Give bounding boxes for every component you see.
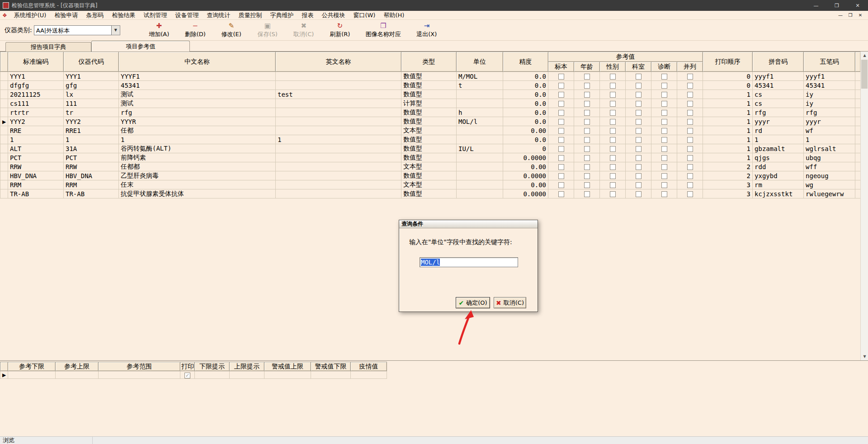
specimen-checkbox[interactable]	[558, 119, 564, 125]
menu-item-1[interactable]: 系统维护(U)	[10, 11, 51, 19]
cell-wubi-code[interactable]: wglrsalt	[804, 144, 855, 153]
cell-standard-code[interactable]: 20211125	[8, 90, 64, 99]
parallel-checkbox[interactable]	[687, 83, 693, 89]
cell-chinese-name[interactable]: 1	[119, 135, 276, 144]
cell-english-name[interactable]	[276, 180, 401, 189]
cell-pinyin-code[interactable]: cs	[753, 99, 804, 108]
age-checkbox[interactable]	[584, 191, 590, 197]
cell-print-order[interactable]: 1	[703, 99, 753, 108]
ok-button[interactable]: ✔ 确定(O)	[456, 297, 490, 308]
diagnosis-checkbox[interactable]	[661, 191, 667, 197]
cell-unit[interactable]	[457, 135, 503, 144]
cell-unit[interactable]: h	[457, 108, 503, 117]
cell-type[interactable]: 文本型	[401, 180, 457, 189]
cell-standard-code[interactable]: RRM	[8, 180, 64, 189]
menu-item-12[interactable]: 窗口(W)	[349, 11, 379, 19]
age-checkbox[interactable]	[584, 83, 590, 89]
cell-wubi-code[interactable]: wff	[804, 162, 855, 171]
menu-item-5[interactable]: 试剂管理	[139, 11, 171, 19]
cell-chinese-name[interactable]: 抗促甲状腺素受体抗体	[119, 189, 276, 198]
cell-ref-range[interactable]	[99, 371, 180, 379]
cell-pinyin-code[interactable]: rdd	[753, 162, 804, 171]
cell-type[interactable]: 数值型	[401, 144, 457, 153]
cell-pinyin-code[interactable]: qjgs	[753, 153, 804, 162]
cell-lower-hint[interactable]	[195, 371, 230, 379]
cell-instrument-code[interactable]: 31A	[64, 144, 119, 153]
diagnosis-checkbox[interactable]	[661, 182, 667, 188]
cell-precision[interactable]: 0.0	[503, 135, 548, 144]
cell-precision[interactable]: 0.00	[503, 126, 548, 135]
cell-print-order[interactable]: 1	[703, 117, 753, 126]
cell-print-order[interactable]: 1	[703, 108, 753, 117]
scroll-up-button[interactable]: ▲	[861, 52, 868, 59]
cell-ref-lower-limit[interactable]	[8, 371, 56, 379]
cell-instrument-code[interactable]: lx	[64, 90, 119, 99]
cell-precision[interactable]: 0.0	[503, 81, 548, 90]
parallel-checkbox[interactable]	[687, 164, 693, 170]
diagnosis-checkbox[interactable]	[661, 74, 667, 80]
age-checkbox[interactable]	[584, 146, 590, 152]
cell-unit[interactable]	[457, 171, 503, 180]
cell-precision[interactable]: 0.0000	[503, 153, 548, 162]
cell-chinese-name[interactable]: rfg	[119, 108, 276, 117]
parallel-checkbox[interactable]	[687, 119, 693, 125]
table-row[interactable]: TR-ABTR-AB抗促甲状腺素受体抗体数值型0.00003kcjzxsstkt…	[0, 189, 861, 198]
sex-checkbox[interactable]	[610, 191, 616, 197]
table-row[interactable]: HBV_DNAHBV_DNA乙型肝炎病毒数值型0.00002yxgybdngeo…	[0, 171, 861, 180]
sex-checkbox[interactable]	[610, 110, 616, 116]
table-row[interactable]: dfgfggfg45341数值型t0.004534145341	[0, 81, 861, 90]
cell-precision[interactable]: 0.0	[503, 108, 548, 117]
diagnosis-checkbox[interactable]	[661, 128, 667, 134]
sex-checkbox[interactable]	[610, 173, 616, 179]
sex-checkbox[interactable]	[610, 137, 616, 143]
cell-epidemic-value[interactable]	[351, 371, 387, 379]
table-row[interactable]: 1111数值型0.0111	[0, 135, 861, 144]
cell-print-order[interactable]: 2	[703, 171, 753, 180]
add-button[interactable]: ✚增加(A)	[141, 21, 177, 40]
cell-instrument-code[interactable]: RRM	[64, 180, 119, 189]
cell-standard-code[interactable]: TR-AB	[8, 189, 64, 198]
specimen-checkbox[interactable]	[558, 182, 564, 188]
menu-item-11[interactable]: 公共模块	[317, 11, 349, 19]
menu-item-6[interactable]: 设备管理	[171, 11, 203, 19]
parallel-checkbox[interactable]	[687, 191, 693, 197]
age-checkbox[interactable]	[584, 137, 590, 143]
cell-english-name[interactable]	[276, 171, 401, 180]
cell-precision[interactable]: 0.0000	[503, 189, 548, 198]
cell-chinese-name[interactable]: 前降钙素	[119, 153, 276, 162]
diagnosis-checkbox[interactable]	[661, 155, 667, 161]
cell-precision[interactable]: 0.0	[503, 99, 548, 108]
menu-item-10[interactable]: 报表	[297, 11, 317, 19]
refresh-button[interactable]: ↻刷新(R)	[322, 21, 358, 40]
cell-wubi-code[interactable]: iy	[804, 90, 855, 99]
cell-type[interactable]: 数值型	[401, 108, 457, 117]
cell-unit[interactable]	[457, 189, 503, 198]
cell-pinyin-code[interactable]: 1	[753, 135, 804, 144]
specimen-checkbox[interactable]	[558, 92, 564, 98]
cell-instrument-code[interactable]: RRW	[64, 162, 119, 171]
table-row[interactable]: PCTPCT前降钙素数值型0.00001qjgsubqg	[0, 153, 861, 162]
cell-chinese-name[interactable]: YYYF1	[119, 72, 276, 81]
cell-pinyin-code[interactable]: 45341	[753, 81, 804, 90]
sex-checkbox[interactable]	[610, 101, 616, 107]
cell-instrument-code[interactable]: PCT	[64, 153, 119, 162]
age-checkbox[interactable]	[584, 92, 590, 98]
mdi-close-button[interactable]: ✕	[855, 12, 865, 19]
cell-english-name[interactable]	[276, 117, 401, 126]
cell-unit[interactable]: IU/L	[457, 144, 503, 153]
sex-checkbox[interactable]	[610, 74, 616, 80]
age-checkbox[interactable]	[584, 173, 590, 179]
cell-chinese-name[interactable]: 45341	[119, 81, 276, 90]
parallel-checkbox[interactable]	[687, 173, 693, 179]
menu-item-8[interactable]: 质量控制	[234, 11, 266, 19]
parallel-checkbox[interactable]	[687, 137, 693, 143]
cell-precision[interactable]: 0.0	[503, 72, 548, 81]
table-row[interactable]: RRWRRW任都都文本型0.002rddwff	[0, 162, 861, 171]
cell-unit[interactable]	[457, 180, 503, 189]
cell-wubi-code[interactable]: wg	[804, 180, 855, 189]
sex-checkbox[interactable]	[610, 164, 616, 170]
cell-print-order[interactable]: 1	[703, 90, 753, 99]
cell-english-name[interactable]	[276, 189, 401, 198]
cell-english-name[interactable]: 1	[276, 135, 401, 144]
cell-standard-code[interactable]: ALT	[8, 144, 64, 153]
